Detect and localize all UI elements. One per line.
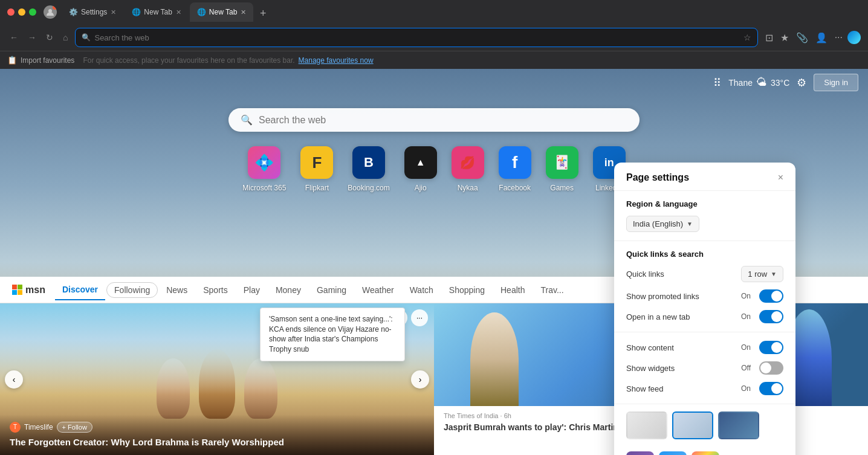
- minimize-window-button[interactable]: [18, 8, 25, 16]
- show-content-section: Show content On Show widgets Off Show fe…: [614, 332, 795, 404]
- show-feed-toggle[interactable]: [759, 382, 783, 395]
- tab-newtab2-label: New Tab: [209, 8, 237, 16]
- show-content-toggle[interactable]: [759, 341, 783, 354]
- address-bar-row: ← → ↻ ⌂ 🔍 ☆ ⊡ ★ 📎 👤 ···: [0, 24, 868, 51]
- facebook-label: Facebook: [499, 184, 531, 192]
- weather-icon: 🌤: [756, 76, 767, 89]
- msn-nav-news[interactable]: News: [159, 280, 195, 300]
- games-label: Games: [550, 184, 574, 192]
- new-tab-button[interactable]: +: [254, 5, 271, 22]
- theme-row: [614, 404, 795, 447]
- home-button[interactable]: ⌂: [60, 30, 70, 45]
- newtab2-favicon: 🌐: [197, 8, 206, 16]
- quick-link-games[interactable]: 🃏 Games: [546, 146, 578, 192]
- facebook-icon: f: [499, 146, 531, 179]
- manage-fav-link[interactable]: Manage favourites now: [299, 56, 374, 65]
- show-promoted-links-row: Show promoted links On: [626, 289, 783, 303]
- card1-more-btn[interactable]: ···: [411, 309, 428, 326]
- ajio-icon: ▲: [404, 146, 437, 179]
- theme-dark-blue[interactable]: [718, 411, 759, 439]
- region-language-row: India (English) ▼: [626, 216, 783, 232]
- quick-link-m365[interactable]: 💠 Microsoft 365: [242, 146, 286, 192]
- bottom-app-3[interactable]: [691, 451, 719, 455]
- apps-grid-button[interactable]: ⠿: [713, 76, 721, 89]
- import-fav-label[interactable]: Import favourites: [21, 56, 74, 65]
- new-tab-settings-button[interactable]: ⚙: [797, 76, 806, 89]
- close-window-button[interactable]: [7, 8, 15, 16]
- booking-label: Booking.com: [348, 184, 389, 192]
- favorites-icon[interactable]: ★: [778, 30, 791, 46]
- theme-blue-selected[interactable]: [672, 411, 713, 439]
- tab-newtab1-close[interactable]: ✕: [176, 8, 181, 16]
- back-button[interactable]: ←: [7, 30, 21, 45]
- msn-nav-health[interactable]: Health: [493, 280, 532, 300]
- page-settings-close-button[interactable]: ×: [778, 172, 783, 183]
- msn-nav-shopping[interactable]: Shopping: [442, 280, 492, 300]
- address-bar[interactable]: 🔍 ☆: [75, 28, 757, 47]
- news-tooltip-popup: 'Samson sent a one-line text saying...':…: [260, 308, 405, 361]
- tab-settings-close[interactable]: ✕: [111, 8, 116, 16]
- news-prev-arrow[interactable]: ‹: [5, 370, 23, 389]
- news-next-arrow[interactable]: ›: [411, 370, 429, 389]
- show-widgets-toggle[interactable]: [759, 361, 783, 375]
- follow-button[interactable]: + Follow: [57, 422, 92, 433]
- bottom-app-2[interactable]: CODETHIS: [659, 451, 687, 455]
- msn-nav-following[interactable]: Following: [106, 282, 158, 298]
- quick-links-search-section: Quick links & search Quick links 1 row ▼…: [614, 241, 795, 332]
- split-view-icon[interactable]: ⊡: [763, 30, 776, 46]
- card2-time: 6h: [504, 412, 511, 419]
- msn-nav-money[interactable]: Money: [268, 280, 308, 300]
- region-language-select[interactable]: India (English) ▼: [626, 216, 699, 232]
- region-language-arrow: ▼: [687, 221, 693, 227]
- quick-link-ajio[interactable]: ▲ Ajio: [404, 146, 437, 192]
- new-tab-topbar: ⠿ Thane 🌤 33°C ⚙ Sign in: [0, 69, 868, 96]
- reload-button[interactable]: ↻: [44, 30, 56, 45]
- weather-widget: Thane 🌤 33°C: [728, 76, 789, 89]
- address-input[interactable]: [94, 33, 739, 42]
- quick-link-facebook[interactable]: f Facebook: [499, 146, 531, 192]
- theme-light[interactable]: [626, 411, 667, 439]
- show-promoted-links-label: Show promoted links: [626, 292, 699, 301]
- open-new-tab-toggle[interactable]: [759, 310, 783, 323]
- maximize-window-button[interactable]: [29, 8, 36, 16]
- msn-nav-discover[interactable]: Discover: [55, 280, 105, 300]
- profile-avatar[interactable]: [44, 5, 57, 19]
- more-options-icon[interactable]: ···: [832, 30, 845, 45]
- quick-link-nykaa[interactable]: 💋 Nykaa: [452, 146, 484, 192]
- msn-nav-travel[interactable]: Trav...: [533, 280, 571, 300]
- tab-settings[interactable]: ⚙️ Settings ✕: [62, 2, 123, 22]
- new-tab-page: ⠿ Thane 🌤 33°C ⚙ Sign in 🔍 💠 Microsoft 3…: [0, 69, 868, 455]
- card2-source: The Times of India: [444, 412, 499, 419]
- tab-newtab2-close[interactable]: ✕: [241, 8, 246, 16]
- show-widgets-row: Show widgets Off: [626, 361, 783, 375]
- open-new-tab-row: Open in a new tab On: [626, 310, 783, 323]
- quick-link-booking[interactable]: B Booking.com: [348, 146, 389, 192]
- star-icon[interactable]: ☆: [743, 33, 751, 42]
- msn-nav-play[interactable]: Play: [236, 280, 267, 300]
- region-language-value: India (English): [633, 219, 683, 228]
- forward-button[interactable]: →: [25, 30, 39, 45]
- quick-link-flipkart[interactable]: F Flipkart: [300, 146, 333, 192]
- msn-nav-weather[interactable]: Weather: [355, 280, 401, 300]
- page-settings-panel: Page settings × Region & language India …: [614, 163, 795, 455]
- quick-links-value: 1 row: [748, 269, 767, 279]
- tab-newtab-2[interactable]: 🌐 New Tab ✕: [190, 2, 253, 22]
- sign-in-button[interactable]: Sign in: [814, 74, 858, 91]
- new-tab-search-input[interactable]: [259, 115, 627, 126]
- bottom-app-1[interactable]: [626, 451, 654, 455]
- msn-nav-watch[interactable]: Watch: [403, 280, 441, 300]
- show-feed-state: On: [741, 384, 751, 393]
- search-container: 🔍: [0, 108, 868, 132]
- msn-nav-sports[interactable]: Sports: [196, 280, 235, 300]
- quick-links-label: Quick links: [626, 269, 664, 279]
- show-promoted-links-toggle[interactable]: [759, 289, 783, 303]
- quick-links-select[interactable]: 1 row ▼: [741, 266, 783, 282]
- profile-browser-icon[interactable]: 👤: [813, 30, 830, 46]
- new-tab-search-box[interactable]: 🔍: [228, 108, 640, 132]
- collections-icon[interactable]: 📎: [794, 30, 811, 46]
- show-content-row: Show content On: [626, 341, 783, 354]
- newtab1-favicon: 🌐: [132, 8, 140, 16]
- booking-icon: B: [352, 146, 385, 179]
- msn-nav-gaming[interactable]: Gaming: [309, 280, 354, 300]
- tab-newtab-1[interactable]: 🌐 New Tab ✕: [125, 2, 188, 22]
